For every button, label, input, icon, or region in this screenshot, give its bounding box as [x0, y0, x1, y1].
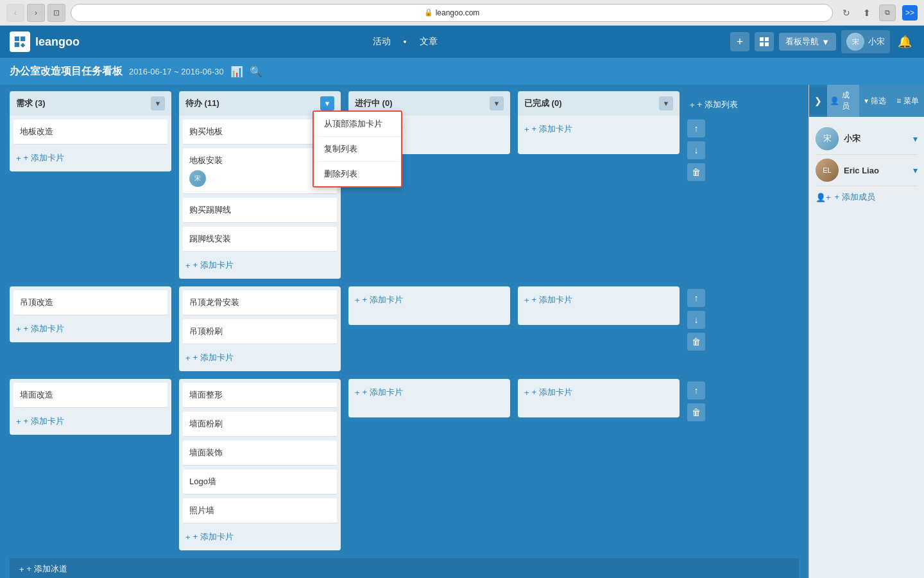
- card-floor[interactable]: 地板改造: [13, 119, 167, 144]
- column-wall-done-body: + + 添加卡片: [518, 379, 680, 417]
- delete-btn-2[interactable]: 🗑: [687, 333, 705, 351]
- plus-icon: +: [16, 153, 21, 163]
- move-up-btn-3[interactable]: ↑: [687, 381, 705, 399]
- member-name-1: 小宋: [844, 133, 860, 144]
- app-container: leangoo 活动 • 文章 + 看板导航 ▼ 宋: [0, 26, 924, 578]
- column-ceiling-inprogress: + + 添加卡片: [348, 286, 510, 325]
- tab-member[interactable]: 👤 成员: [827, 85, 859, 117]
- card-wall-shaping[interactable]: 墙面整形: [183, 383, 337, 408]
- member-filter-btn-2[interactable]: ▾: [913, 165, 918, 175]
- main-layout: 需求 (3) ▼ 地板改造 + + 添加卡片 待办 (11): [0, 85, 924, 578]
- column-headers-row: 需求 (3) ▼ 地板改造 + + 添加卡片 待办 (11): [10, 91, 799, 279]
- add-column-btn[interactable]: + + 添加列表: [687, 95, 740, 114]
- card-ceiling[interactable]: 吊顶改造: [13, 290, 167, 315]
- card-ceiling-paint[interactable]: 吊顶粉刷: [183, 319, 337, 344]
- tab-filter[interactable]: ▾ 筛选: [859, 85, 891, 117]
- search-icon[interactable]: 🔍: [250, 66, 262, 78]
- chevron-down-icon: ▼: [821, 37, 830, 47]
- member-avatar-1: 宋: [816, 127, 839, 150]
- dropdown-item-add-from-top[interactable]: 从顶部添加卡片: [314, 112, 401, 137]
- svg-rect-1: [765, 37, 769, 41]
- column-wall-inprogress: + + 添加卡片: [348, 379, 510, 417]
- nav-user-avatar: 宋: [846, 33, 864, 51]
- add-card-btn-done[interactable]: + + 添加卡片: [522, 119, 676, 139]
- add-card-btn-wall-inprogress[interactable]: + + 添加卡片: [352, 383, 506, 402]
- nav-grid-button[interactable]: [755, 32, 774, 51]
- card-wall-deco[interactable]: 墙面装饰: [183, 441, 337, 466]
- column-done: 已完成 (0) ▼ + + 添加卡片: [518, 91, 680, 154]
- card-logo-wall[interactable]: Logo墙: [183, 469, 337, 495]
- nav-board-button[interactable]: 看板导航 ▼: [779, 33, 836, 51]
- nav-plus-button[interactable]: +: [730, 32, 749, 51]
- nav-activity[interactable]: 活动: [373, 36, 391, 48]
- back-button[interactable]: ‹: [6, 4, 24, 22]
- column-controls-row3: ↑ 🗑: [687, 381, 705, 421]
- forward-button[interactable]: ›: [27, 4, 45, 22]
- card-photo-wall[interactable]: 照片墙: [183, 498, 337, 523]
- member-icon: 👤: [830, 96, 839, 105]
- column-todo-dropdown-btn[interactable]: ▼: [320, 96, 334, 110]
- card-wall[interactable]: 墙面改造: [13, 383, 167, 408]
- delete-btn-3[interactable]: 🗑: [687, 403, 705, 421]
- move-down-btn-2[interactable]: ↓: [687, 311, 705, 329]
- add-card-btn-ceiling-done[interactable]: + + 添加卡片: [522, 290, 676, 310]
- browser-chrome: ‹ › ⊡ 🔒 leangoo.com ↻ ⬆ ⧉ >>: [0, 0, 924, 26]
- browser-actions: ↻ ⬆ ⧉ >>: [838, 4, 918, 21]
- add-card-btn-wall[interactable]: + + 添加卡片: [13, 412, 167, 431]
- add-swimlane-label: + 添加冰道: [27, 563, 67, 575]
- delete-btn[interactable]: 🗑: [687, 163, 705, 181]
- chart-icon[interactable]: 📊: [230, 66, 243, 78]
- nav-user-button[interactable]: 宋 小宋: [841, 30, 890, 53]
- column-done-body: + + 添加卡片: [518, 116, 680, 154]
- extend-button[interactable]: >>: [902, 5, 918, 21]
- add-card-btn-ceiling[interactable]: + + 添加卡片: [13, 319, 167, 338]
- column-done-dropdown-btn[interactable]: ▼: [659, 96, 673, 110]
- card-install-skirting[interactable]: 踢脚线安装: [183, 227, 337, 252]
- add-card-btn-wall-done[interactable]: + + 添加卡片: [522, 383, 676, 402]
- column-ceiling-inprogress-body: + + 添加卡片: [348, 286, 510, 325]
- nav-right: + 看板导航 ▼ 宋 小宋 🔔: [730, 30, 914, 53]
- add-card-btn-wall-todo[interactable]: + + 添加卡片: [183, 527, 337, 547]
- member-item-1: 宋 小宋 ▾: [816, 123, 918, 155]
- add-card-btn-ceiling-inprogress[interactable]: + + 添加卡片: [352, 290, 506, 310]
- logo-icon: [10, 31, 30, 52]
- nav-user-name: 小宋: [868, 36, 885, 48]
- move-up-btn[interactable]: ↑: [687, 119, 705, 137]
- column-ceiling-need: 吊顶改造 + + 添加卡片: [10, 286, 171, 342]
- column-ceiling-need-body: 吊顶改造 + + 添加卡片: [10, 286, 171, 342]
- board-area: 需求 (3) ▼ 地板改造 + + 添加卡片 待办 (11): [0, 85, 809, 578]
- member-filter-btn-1[interactable]: ▾: [913, 134, 918, 144]
- add-swimlane-btn[interactable]: + + 添加冰道: [10, 558, 799, 578]
- add-member-button[interactable]: 👤+ + 添加成员: [816, 186, 918, 208]
- card-wall-paint[interactable]: 墙面粉刷: [183, 412, 337, 437]
- dropdown-item-delete-list[interactable]: 删除列表: [314, 162, 401, 186]
- swimlane-ceiling-row: 吊顶改造 + + 添加卡片 吊顶龙骨安装 吊顶粉刷 + + 添加卡片: [10, 286, 799, 371]
- plus-icon-swimlane: +: [19, 565, 24, 574]
- dropdown-item-copy-list[interactable]: 复制列表: [314, 137, 401, 162]
- add-swimlane-area: + + 添加冰道: [10, 558, 799, 578]
- refresh-button[interactable]: ↻: [838, 4, 855, 21]
- card-buy-skirting[interactable]: 购买踢脚线: [183, 198, 337, 223]
- filter-icon: ▾: [864, 96, 868, 105]
- url-bar[interactable]: 🔒 leangoo.com: [71, 4, 833, 22]
- add-card-btn-ceiling-todo[interactable]: + + 添加卡片: [183, 348, 337, 367]
- share-button[interactable]: ⬆: [859, 4, 875, 21]
- move-down-btn[interactable]: ↓: [687, 141, 705, 159]
- dropdown-menu: 从顶部添加卡片 复制列表 删除列表: [312, 110, 402, 188]
- bell-button[interactable]: 🔔: [895, 32, 914, 51]
- tab-menu[interactable]: ≡ 菜单: [892, 85, 924, 117]
- nav-article[interactable]: 文章: [420, 36, 438, 48]
- move-up-btn-2[interactable]: ↑: [687, 289, 705, 307]
- right-sidebar: ❯ 👤 成员 ▾ 筛选 ≡ 菜单: [809, 85, 924, 578]
- column-needs: 需求 (3) ▼ 地板改造 + + 添加卡片: [10, 91, 171, 171]
- tab-button[interactable]: ⊡: [47, 4, 65, 22]
- browser-nav-buttons: ‹ › ⊡: [6, 4, 65, 22]
- column-needs-dropdown-btn[interactable]: ▼: [151, 96, 165, 110]
- column-inprogress-dropdown-btn[interactable]: ▼: [490, 96, 504, 110]
- window-button[interactable]: ⧉: [879, 4, 896, 21]
- add-card-btn-todo[interactable]: + + 添加卡片: [183, 256, 337, 275]
- column-wall-done: + + 添加卡片: [518, 379, 680, 417]
- card-ceiling-frame[interactable]: 吊顶龙骨安装: [183, 290, 337, 315]
- add-card-btn-needs[interactable]: + + 添加卡片: [13, 148, 167, 168]
- sidebar-toggle-button[interactable]: ❯: [809, 87, 827, 114]
